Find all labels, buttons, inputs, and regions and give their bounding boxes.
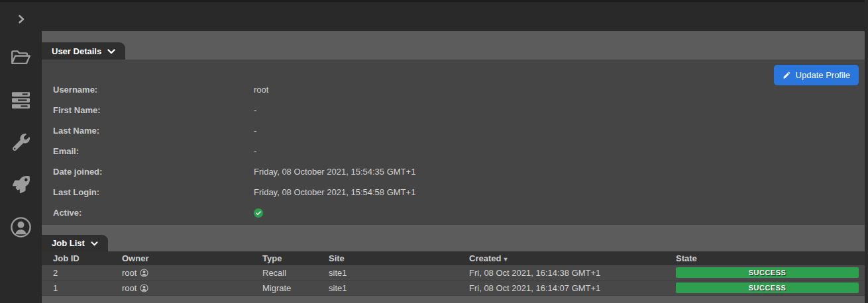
user-details-fields: Username: root First Name: - Last Name: …	[42, 60, 868, 223]
field-value: Friday, 08 October 2021, 15:54:58 GMT+1	[254, 187, 868, 197]
field-row-last-login: Last Login: Friday, 08 October 2021, 15:…	[53, 182, 868, 202]
sort-desc-icon: ▾	[504, 255, 507, 263]
wrench-icon	[13, 134, 30, 151]
job-list-tab[interactable]: Job List	[42, 235, 108, 251]
field-label: Last Login:	[53, 187, 254, 197]
cell-site: site1	[329, 283, 469, 293]
status-badge: SUCCESS	[676, 282, 859, 293]
chevron-down-icon	[91, 241, 98, 246]
cell-created: Fri, 08 Oct 2021, 16:14:38 GMT+1	[469, 268, 676, 278]
column-header-state[interactable]: State	[676, 253, 859, 263]
field-value: -	[254, 105, 868, 115]
chevron-right-icon	[16, 14, 27, 24]
table-row[interactable]: 2 root Recall site1 Fri, 08 Oct 2021, 16…	[42, 265, 868, 281]
user-details-tab-title: User Details	[52, 46, 101, 56]
field-label: Active:	[53, 208, 254, 218]
cell-type: Recall	[262, 268, 329, 278]
field-value: Friday, 08 October 2021, 15:54:35 GMT+1	[254, 167, 868, 177]
cell-site: site1	[329, 268, 469, 278]
field-row-username: Username: root	[53, 79, 868, 100]
update-profile-button-label: Update Profile	[796, 70, 850, 80]
cell-job-id: 2	[53, 268, 122, 278]
field-row-first-name: First Name: -	[53, 100, 868, 120]
field-row-email: Email: -	[53, 141, 868, 161]
field-label: Last Name:	[53, 126, 254, 136]
table-row[interactable]: 1 root Migrate site1 Fri, 08 Oct 2021, 1…	[42, 281, 868, 296]
cell-owner: root	[122, 268, 262, 278]
cell-type: Migrate	[262, 283, 329, 293]
field-label: Email:	[53, 146, 254, 156]
field-row-active: Active:	[53, 202, 868, 223]
job-list-table: Job ID Owner Type Site Created▾ State 2 …	[42, 251, 868, 296]
field-row-last-name: Last Name: -	[53, 120, 868, 141]
field-label: Username:	[53, 85, 254, 95]
column-header-owner[interactable]: Owner	[122, 253, 262, 263]
active-status	[254, 208, 868, 218]
sidebar	[0, 2, 42, 303]
right-viewport-edge	[865, 0, 868, 303]
cell-job-id: 1	[53, 283, 122, 293]
window-top-border	[0, 0, 868, 2]
column-header-site[interactable]: Site	[329, 253, 469, 263]
sidebar-item-pools[interactable]	[0, 79, 42, 121]
main-content: User Details Update Profile Username: ro…	[42, 31, 868, 303]
user-circle-icon	[140, 269, 148, 277]
update-profile-button[interactable]: Update Profile	[774, 65, 859, 85]
column-header-job-id[interactable]: Job ID	[53, 253, 122, 263]
field-label: First Name:	[53, 105, 254, 115]
job-list-table-header: Job ID Owner Type Site Created▾ State	[42, 251, 868, 265]
field-value: -	[254, 146, 868, 156]
cell-created: Fri, 08 Oct 2021, 16:14:07 GMT+1	[469, 283, 676, 293]
folder-open-icon	[11, 49, 31, 67]
user-circle-icon	[10, 216, 32, 238]
sidebar-item-expand[interactable]	[0, 2, 42, 36]
rocket-icon	[13, 176, 30, 193]
check-circle-icon	[254, 208, 263, 218]
user-details-panel: Update Profile Username: root First Name…	[42, 60, 868, 225]
chevron-down-icon	[107, 49, 115, 54]
sidebar-item-settings[interactable]	[0, 121, 42, 163]
column-header-created[interactable]: Created▾	[469, 253, 676, 263]
pencil-icon	[783, 71, 791, 79]
field-value: root	[254, 85, 868, 95]
field-row-date-joined: Date joined: Friday, 08 October 2021, 15…	[53, 161, 868, 182]
field-value: -	[254, 126, 868, 136]
sidebar-item-jobs[interactable]	[0, 163, 42, 206]
column-header-type[interactable]: Type	[262, 253, 329, 263]
server-stack-icon	[12, 92, 30, 108]
sidebar-item-archive[interactable]	[0, 36, 42, 79]
sidebar-item-profile[interactable]	[0, 206, 42, 248]
status-badge: SUCCESS	[676, 267, 859, 278]
job-list-tab-title: Job List	[52, 238, 85, 248]
cell-owner: root	[122, 283, 262, 293]
user-circle-icon	[140, 284, 148, 292]
field-label: Date joined:	[53, 167, 254, 177]
user-details-tab[interactable]: User Details	[42, 42, 125, 60]
